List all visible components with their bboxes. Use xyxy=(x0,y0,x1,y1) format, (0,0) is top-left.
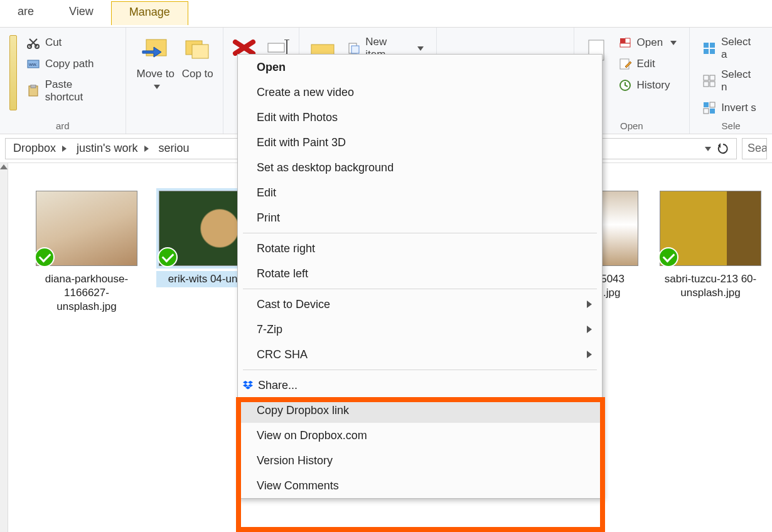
ctx-cast-to-device[interactable]: Cast to Device xyxy=(238,292,602,317)
move-to-label: Move to xyxy=(132,68,179,93)
crumb-current[interactable]: seriou xyxy=(156,142,192,155)
invert-selection-label: Invert s xyxy=(721,102,756,114)
ribbon-group-clipboard: Cut ww. Copy path Paste shortcut ard xyxy=(0,28,126,134)
crumb-dropbox[interactable]: Dropbox xyxy=(11,142,74,155)
paste-icon xyxy=(9,35,17,110)
clipboard-icon xyxy=(26,84,40,98)
svg-marker-37 xyxy=(243,381,248,384)
sync-ok-icon xyxy=(158,247,178,267)
svg-rect-30 xyxy=(704,82,709,87)
new-item-icon xyxy=(346,41,360,55)
copy-to-icon xyxy=(183,35,213,65)
svg-rect-27 xyxy=(710,49,715,54)
file-name: diana-parkhouse-1166627-unsplash.jpg xyxy=(33,271,140,315)
svg-rect-24 xyxy=(704,43,709,48)
file-name: sabri-tuzcu-213 60-unsplash.jpg xyxy=(657,271,764,301)
ctx-rotate-right[interactable]: Rotate right xyxy=(238,236,602,261)
chevron-down-icon xyxy=(670,41,677,45)
copy-path-icon: ww. xyxy=(26,57,40,71)
ctx-7zip[interactable]: 7-Zip xyxy=(238,317,602,342)
move-to-icon xyxy=(141,35,171,65)
select-all-button[interactable]: Select a xyxy=(700,34,762,63)
address-dropdown-icon[interactable] xyxy=(702,142,711,155)
paste-button[interactable] xyxy=(6,31,20,110)
ctx-create-video[interactable]: Create a new video xyxy=(238,80,602,105)
svg-rect-33 xyxy=(710,102,715,107)
file-item[interactable]: diana-parkhouse-1166627-unsplash.jpg xyxy=(33,188,140,315)
svg-rect-31 xyxy=(710,82,715,87)
copy-path-label: Copy path xyxy=(45,58,94,70)
tab-share[interactable]: are xyxy=(0,1,51,24)
select-all-label: Select a xyxy=(721,36,759,61)
paste-shortcut-button[interactable]: Paste shortcut xyxy=(24,77,115,105)
ctx-print[interactable]: Print xyxy=(238,205,602,230)
crumb-justins-work[interactable]: justin's work xyxy=(74,142,156,155)
svg-rect-29 xyxy=(710,75,715,80)
svg-marker-40 xyxy=(248,384,253,387)
open-label: Open xyxy=(637,36,663,49)
ctx-view-on-dropbox[interactable]: View on Dropbox.com xyxy=(238,423,602,448)
svg-rect-32 xyxy=(704,102,709,107)
svg-rect-26 xyxy=(704,49,709,54)
ctx-edit[interactable]: Edit xyxy=(238,180,602,205)
ctx-share[interactable]: Share... xyxy=(238,373,602,398)
ctx-open[interactable]: Open xyxy=(238,55,602,80)
nav-scrollbar[interactable] xyxy=(0,163,8,532)
copy-path-button[interactable]: ww. Copy path xyxy=(24,55,115,73)
ctx-share-label: Share... xyxy=(258,379,298,392)
ctx-view-comments[interactable]: View Comments xyxy=(238,473,602,498)
tab-view[interactable]: View xyxy=(51,1,111,24)
ribbon-select-group-label: Sele xyxy=(696,120,766,134)
edit-button[interactable]: Edit xyxy=(616,55,680,73)
ribbon-organize-label xyxy=(132,131,217,134)
cut-button[interactable]: Cut xyxy=(24,34,115,51)
ctx-edit-photos[interactable]: Edit with Photos xyxy=(238,105,602,130)
svg-marker-41 xyxy=(245,386,250,390)
ctx-set-desktop-bg[interactable]: Set as desktop background xyxy=(238,155,602,180)
refresh-icon[interactable] xyxy=(717,143,729,154)
svg-rect-16 xyxy=(351,46,359,53)
svg-rect-9 xyxy=(192,45,208,58)
history-icon xyxy=(618,78,632,92)
svg-rect-10 xyxy=(268,43,284,52)
file-item[interactable]: sabri-tuzcu-213 60-unsplash.jpg xyxy=(657,188,764,301)
scissors-icon xyxy=(26,36,40,50)
ctx-crc-sha[interactable]: CRC SHA xyxy=(238,342,602,367)
edit-label: Edit xyxy=(637,58,655,70)
chevron-down-icon xyxy=(154,85,160,89)
context-menu: Open Create a new video Edit with Photos… xyxy=(237,54,603,499)
ctx-copy-dropbox-link[interactable]: Copy Dropbox link xyxy=(238,398,602,423)
svg-marker-38 xyxy=(248,381,253,384)
chevron-down-icon xyxy=(417,46,424,51)
invert-selection-button[interactable]: Invert s xyxy=(700,99,762,117)
ribbon-clipboard-label: ard xyxy=(6,120,119,134)
invert-selection-icon xyxy=(702,101,716,115)
svg-rect-5 xyxy=(31,85,36,88)
ctx-rotate-left[interactable]: Rotate left xyxy=(238,261,602,286)
svg-text:ww.: ww. xyxy=(28,61,37,67)
svg-rect-28 xyxy=(704,75,709,80)
sync-ok-icon xyxy=(658,247,678,267)
open-button[interactable]: Open xyxy=(616,34,680,51)
move-to-button[interactable]: Move to xyxy=(132,31,179,93)
cut-label: Cut xyxy=(45,36,62,49)
select-all-icon xyxy=(702,41,716,55)
sync-ok-icon xyxy=(35,247,55,267)
ctx-version-history[interactable]: Version History xyxy=(238,448,602,473)
ctx-edit-paint3d[interactable]: Edit with Paint 3D xyxy=(238,130,602,155)
copy-to-label: Cop to xyxy=(182,68,213,80)
select-none-button[interactable]: Select n xyxy=(700,66,762,95)
history-button[interactable]: History xyxy=(616,77,680,94)
paste-shortcut-label: Paste shortcut xyxy=(45,78,113,104)
svg-marker-18 xyxy=(620,38,625,43)
search-input[interactable]: Sea xyxy=(742,138,767,159)
tab-manage[interactable]: Manage xyxy=(111,1,188,25)
svg-marker-39 xyxy=(243,384,248,387)
svg-rect-20 xyxy=(620,43,630,47)
svg-marker-19 xyxy=(625,38,630,43)
copy-to-button[interactable]: Cop to xyxy=(179,31,217,80)
svg-rect-25 xyxy=(710,43,715,48)
dropbox-icon xyxy=(242,380,254,390)
select-none-label: Select n xyxy=(721,68,759,93)
scroll-up-icon[interactable] xyxy=(0,164,8,169)
